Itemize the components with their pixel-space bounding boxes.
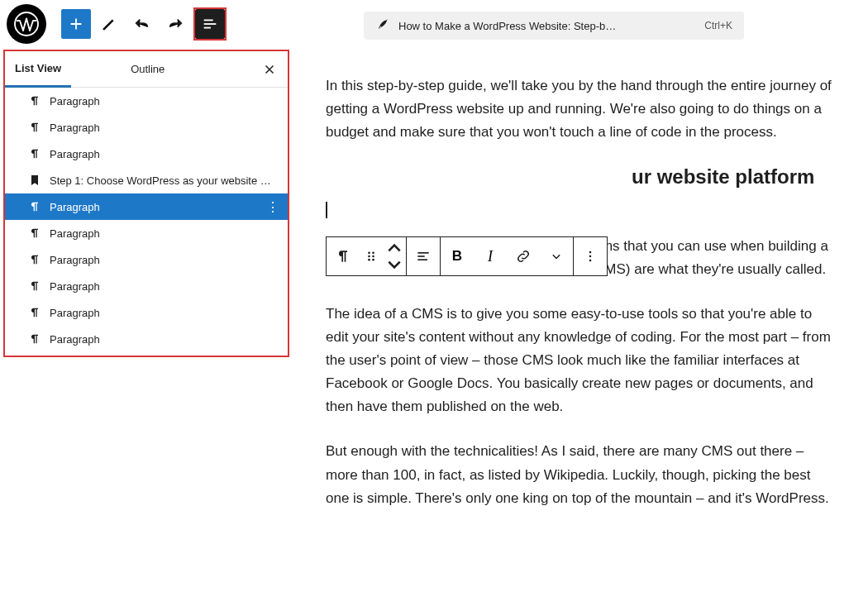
list-item-paragraph[interactable]: Paragraph (5, 246, 288, 273)
list-item-paragraph-selected[interactable]: Paragraph⋮ (5, 193, 288, 220)
paragraph-block[interactable]: The idea of a CMS is to give you some ea… (326, 303, 832, 418)
redo-button[interactable] (160, 9, 190, 39)
bold-button[interactable]: B (441, 237, 474, 275)
paragraph-icon (28, 94, 41, 107)
svg-rect-3 (204, 27, 211, 29)
list-item-heading[interactable]: Step 1: Choose WordPress as your website… (5, 167, 288, 193)
editor-main: List View Outline Paragraph Paragraph Pa… (0, 48, 868, 611)
svg-rect-1 (204, 20, 213, 21)
add-block-button[interactable] (61, 9, 91, 39)
document-overview-button[interactable] (195, 9, 225, 39)
svg-point-6 (368, 255, 370, 258)
undo-button[interactable] (127, 9, 157, 39)
block-options-button[interactable] (574, 237, 607, 275)
drag-handle-icon[interactable] (360, 237, 383, 275)
svg-point-7 (372, 255, 374, 258)
paragraph-icon (28, 147, 41, 160)
svg-rect-2 (204, 23, 217, 25)
list-item-paragraph[interactable]: Paragraph (5, 88, 288, 114)
heading-block[interactable]: ur website platform (632, 165, 832, 189)
list-item-paragraph[interactable]: Paragraph (5, 299, 288, 326)
svg-point-13 (589, 251, 592, 254)
paragraph-icon (28, 332, 41, 346)
list-item-paragraph[interactable]: Paragraph (5, 220, 288, 246)
list-item-paragraph[interactable]: Paragraph (5, 141, 288, 167)
svg-point-5 (372, 252, 374, 255)
list-item-paragraph[interactable]: Paragraph (5, 273, 288, 299)
block-list: Paragraph Paragraph Paragraph Step 1: Ch… (5, 88, 288, 352)
paragraph-icon (28, 253, 41, 266)
italic-button[interactable]: I (474, 237, 507, 275)
block-type-button[interactable] (327, 237, 360, 275)
svg-point-0 (15, 12, 38, 36)
move-up-down-button[interactable] (383, 237, 406, 275)
svg-point-14 (589, 255, 592, 258)
paragraph-icon (28, 121, 41, 134)
document-overview-highlight (193, 7, 227, 41)
more-formatting-button[interactable] (540, 237, 573, 275)
list-view-panel: List View Outline Paragraph Paragraph Pa… (3, 50, 289, 357)
paragraph-icon (28, 200, 41, 213)
close-panel-button[interactable] (256, 56, 283, 83)
item-options-icon[interactable]: ⋮ (266, 199, 279, 215)
editor-content[interactable]: In this step-by-step guide, we'll take y… (289, 48, 868, 611)
paragraph-block[interactable]: But enough with the technicalities! As I… (326, 440, 832, 509)
editor-topbar: How to Make a WordPress Website: Step-b…… (0, 0, 868, 48)
edit-mode-button[interactable] (94, 9, 124, 39)
shortcut-hint: Ctrl+K (704, 20, 732, 31)
paragraph-block[interactable]: In this step-by-step guide, we'll take y… (326, 74, 832, 144)
list-view-tabs: List View Outline (5, 51, 288, 88)
svg-point-4 (368, 252, 370, 255)
link-button[interactable] (507, 237, 540, 275)
command-palette-button[interactable]: How to Make a WordPress Website: Step-b…… (364, 12, 744, 40)
svg-point-15 (589, 260, 592, 262)
align-button[interactable] (407, 237, 440, 275)
svg-rect-10 (417, 252, 428, 254)
tab-list-view[interactable]: List View (5, 52, 71, 88)
block-toolbar: B I (326, 236, 608, 276)
list-item-paragraph[interactable]: Paragraph (5, 326, 288, 352)
bookmark-icon (28, 174, 41, 187)
tab-outline[interactable]: Outline (121, 51, 174, 87)
paragraph-icon (28, 306, 41, 319)
svg-point-9 (372, 259, 374, 261)
svg-rect-12 (417, 259, 427, 260)
text-cursor (326, 202, 832, 218)
chevron-up-down-icon (386, 240, 403, 273)
wordpress-logo[interactable] (7, 4, 46, 44)
paragraph-icon (28, 279, 41, 293)
feather-icon (375, 17, 390, 35)
paragraph-icon (28, 227, 41, 240)
svg-point-8 (368, 259, 370, 261)
list-item-paragraph[interactable]: Paragraph (5, 114, 288, 141)
svg-rect-11 (417, 255, 424, 257)
document-title: How to Make a WordPress Website: Step-b… (398, 20, 696, 32)
